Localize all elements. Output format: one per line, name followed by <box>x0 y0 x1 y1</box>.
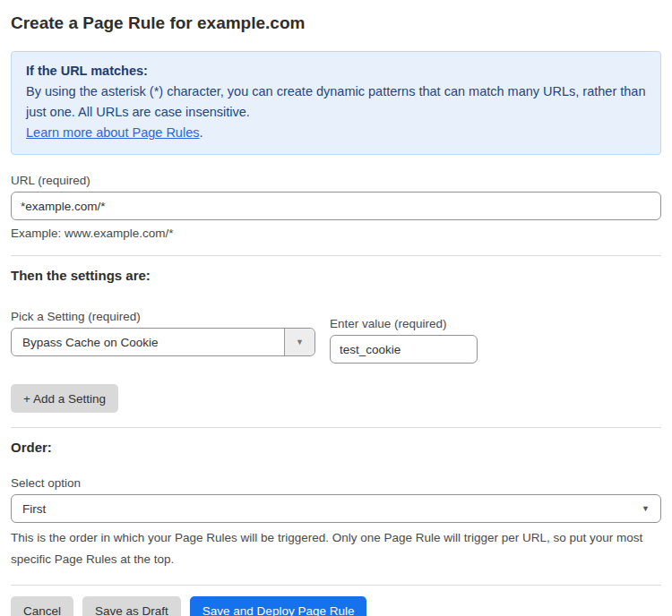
add-setting-row: + Add a Setting <box>11 384 661 413</box>
info-box-heading: If the URL matches: <box>26 61 646 81</box>
setting-value-label: Enter value (required) <box>330 316 478 331</box>
info-box-link-line: Learn more about Page Rules. <box>26 123 646 143</box>
divider <box>11 427 661 428</box>
setting-value-column: Enter value (required) <box>330 309 478 364</box>
settings-section-heading: Then the settings are: <box>11 267 661 284</box>
settings-row: Pick a Setting (required) Bypass Cache o… <box>11 309 661 364</box>
order-section-heading: Order: <box>11 439 661 456</box>
url-helper-text: Example: www.example.com/* <box>11 226 661 241</box>
setting-value-input[interactable] <box>330 335 478 364</box>
chevron-down-icon[interactable]: ▼ <box>284 329 314 355</box>
order-select-section: Select option First ▼ This is the order … <box>11 475 661 570</box>
learn-more-link[interactable]: Learn more about Page Rules <box>26 125 199 140</box>
link-suffix: . <box>199 125 202 140</box>
setting-select-label: Pick a Setting (required) <box>11 309 315 324</box>
add-setting-button[interactable]: + Add a Setting <box>11 384 118 413</box>
url-label: URL (required) <box>11 173 661 188</box>
setting-select[interactable]: Bypass Cache on Cookie ▼ <box>11 328 315 356</box>
order-select-label: Select option <box>11 475 661 491</box>
footer-buttons: Cancel Save as Draft Save and Deploy Pag… <box>11 596 661 616</box>
url-section: URL (required) Example: www.example.com/… <box>11 173 661 241</box>
info-box-body: By using the asterisk (*) character, you… <box>26 81 646 123</box>
create-page-rule-form: Create a Page Rule for example.com If th… <box>0 0 672 616</box>
chevron-down-icon: ▼ <box>631 504 660 513</box>
divider <box>11 255 661 256</box>
setting-select-value: Bypass Cache on Cookie <box>12 336 284 349</box>
order-select-value: First <box>12 502 631 516</box>
cancel-button[interactable]: Cancel <box>11 596 73 616</box>
save-deploy-button[interactable]: Save and Deploy Page Rule <box>190 596 367 616</box>
save-draft-button[interactable]: Save as Draft <box>82 596 181 616</box>
divider <box>11 585 661 586</box>
order-helper-text: This is the order in which your Page Rul… <box>11 527 661 570</box>
url-matches-info-box: If the URL matches: By using the asteris… <box>11 51 661 155</box>
page-title: Create a Page Rule for example.com <box>11 12 661 35</box>
setting-select-column: Pick a Setting (required) Bypass Cache o… <box>11 309 315 364</box>
url-input[interactable] <box>11 192 661 220</box>
order-select[interactable]: First ▼ <box>11 494 661 523</box>
